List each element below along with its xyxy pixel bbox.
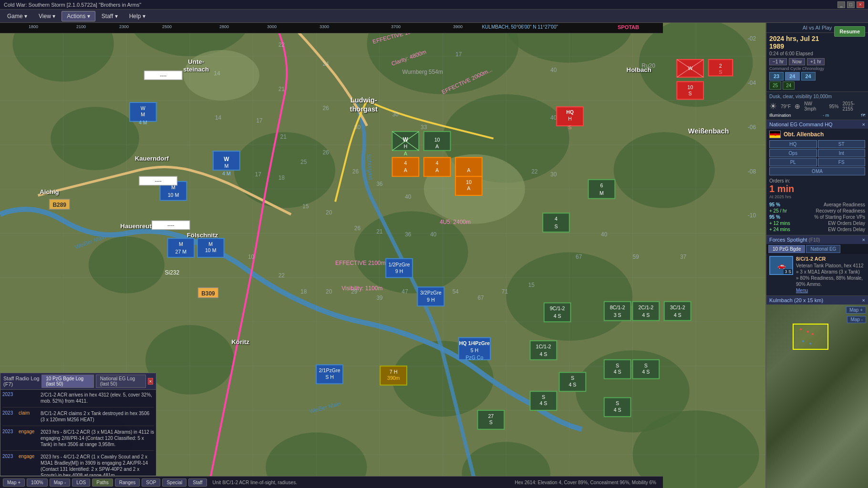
staff-button[interactable]: Staff <box>188 478 207 487</box>
sun-icon: ☀ <box>769 101 777 112</box>
svg-point-21 <box>184 50 259 101</box>
menu-staff[interactable]: Staff ▾ <box>96 11 123 21</box>
sop-button[interactable]: SOP <box>142 478 160 487</box>
svg-text:40: 40 <box>550 114 557 121</box>
svg-text:22: 22 <box>279 41 285 48</box>
forces-close[interactable]: × <box>862 237 865 243</box>
svg-text:21: 21 <box>280 133 287 140</box>
svg-text:26: 26 <box>322 149 329 156</box>
los-button[interactable]: LOS <box>72 478 90 487</box>
hq-button[interactable]: HQ <box>769 140 817 148</box>
svg-text:4  M: 4 M <box>139 120 147 125</box>
st-button[interactable]: ST <box>818 140 866 148</box>
svg-text:26: 26 <box>354 225 361 232</box>
svg-text:----: ---- <box>160 72 167 78</box>
pl-button[interactable]: PL <box>769 158 817 166</box>
minimap-viewport[interactable] <box>793 324 828 350</box>
commander-name: Obt. Allenbach <box>769 131 865 138</box>
log-entry: 2023 engage 2023 hrs - 4/C/1-2 ACR (1 x … <box>2 454 154 476</box>
zoom-level-button[interactable]: 100% <box>27 478 48 487</box>
ai-label: AI vs AI Play <box>803 25 832 30</box>
menu-view[interactable]: View ▾ <box>33 11 61 21</box>
staff-log-panel: Staff Radio Log (F7) 10 PzG Bgde Log (la… <box>0 373 156 476</box>
map-toggle-icon[interactable]: 🗺 <box>861 113 865 118</box>
paths-button[interactable]: Paths <box>92 478 113 487</box>
time-panel: Resume 2024 hrs, Jul 21 1989 0:24 of 6:0… <box>766 33 868 92</box>
svg-text:A: A <box>435 143 439 149</box>
menu-actions[interactable]: Actions ▾ <box>62 11 95 21</box>
minimap-close[interactable]: × <box>862 297 865 303</box>
svg-text:36: 36 <box>405 231 412 238</box>
cmd-hq-title-text: National EG Command HQ <box>769 122 833 127</box>
int-button[interactable]: Int <box>818 149 866 157</box>
maximize-button[interactable]: □ <box>847 1 855 8</box>
svg-text:40: 40 <box>405 193 412 200</box>
map-area[interactable]: 1800 2100 2300 2500 2800 3000 3300 3700 … <box>0 23 765 488</box>
time-plus-1hr-button[interactable]: +1 hr <box>807 58 825 65</box>
svg-text:EFFECTIVE 2100m...: EFFECTIVE 2100m... <box>335 260 390 266</box>
svg-text:9  H: 9 H <box>427 297 435 303</box>
svg-text:54: 54 <box>452 288 459 295</box>
svg-text:10 M: 10 M <box>168 192 179 198</box>
unit-menu-link[interactable]: Menu <box>796 288 808 293</box>
close-button[interactable]: × <box>857 1 864 8</box>
map-zoom-in-button[interactable]: Map + <box>3 478 25 487</box>
time-now-button[interactable]: Now <box>789 58 805 65</box>
log-content[interactable]: 2023 2/C/1-2 ACR arrives in hex 4312 (el… <box>0 390 156 476</box>
minimap-zoom-in-button[interactable]: Map + <box>846 306 866 314</box>
svg-text:A: A <box>467 185 471 191</box>
staff-log-header: Staff Radio Log (F7) 10 PzG Bgde Log (la… <box>0 373 156 390</box>
svg-text:B289: B289 <box>52 202 66 208</box>
unit-counter: 🚗 3 S <box>769 256 793 275</box>
svg-text:4: 4 <box>436 160 439 166</box>
ranges-button[interactable]: Ranges <box>115 478 140 487</box>
svg-text:A: A <box>404 151 408 156</box>
recovery-row: + 25 / hr Recovery of Readiness <box>769 208 865 214</box>
svg-text:2/1PzGre: 2/1PzGre <box>319 367 341 373</box>
svg-text:-10: -10 <box>748 212 756 219</box>
hour-23-button[interactable]: 23 <box>769 72 784 81</box>
svg-text:HQ 1/4PzGre: HQ 1/4PzGre <box>459 340 490 346</box>
forces-title: Forces Spotlight (F10) × <box>766 235 868 244</box>
hour-24a-button[interactable]: 24 <box>785 72 799 81</box>
svg-text:thorgast: thorgast <box>350 105 378 113</box>
unit-name: 8/C/1-2 ACR <box>796 256 865 262</box>
log-tab-national[interactable]: National EG Log (last 50) <box>96 375 146 388</box>
svg-text:Weißenbach: Weißenbach <box>688 127 729 135</box>
minimap-container[interactable]: Map + Map - <box>766 305 868 488</box>
ops-button[interactable]: Ops <box>769 149 817 157</box>
tab-national[interactable]: National EG <box>806 245 840 253</box>
special-button[interactable]: Special <box>162 478 186 487</box>
log-tab-brigade[interactable]: 10 PzG Bgde Log (last 50) <box>41 375 93 388</box>
minimize-button[interactable]: _ <box>837 1 845 8</box>
cmd-hq-content: Obt. Allenbach HQ ST Ops Int PL FS OMA O… <box>766 129 868 235</box>
map-zoom-out-button[interactable]: Map - <box>50 478 71 487</box>
menu-game[interactable]: Game ▾ <box>2 11 32 21</box>
hour-24b-button[interactable]: 24 <box>801 72 816 81</box>
fs-button[interactable]: FS <box>818 158 866 166</box>
staff-log-close-button[interactable]: × <box>148 378 153 385</box>
time-minus-1hr-button[interactable]: −1 hr <box>769 58 787 65</box>
svg-text:-02: -02 <box>748 35 756 42</box>
minimap-zoom-out-button[interactable]: Map - <box>847 316 866 323</box>
cmd-hq-close[interactable]: × <box>862 122 865 127</box>
svg-text:4: 4 <box>404 160 407 166</box>
minimap-image[interactable] <box>766 305 868 488</box>
svg-text:20: 20 <box>326 288 332 295</box>
menu-help[interactable]: Help ▾ <box>124 11 151 21</box>
cycle-25-button[interactable]: 25 <box>769 81 781 90</box>
unit-card: 🚗 3 S 8/C/1-2 ACR Veteran Tank Platoon, … <box>766 254 868 295</box>
svg-text:40: 40 <box>601 231 608 238</box>
svg-text:47: 47 <box>402 288 408 295</box>
weather-panel: Dusk, clear, visibility 10,000m ☀ 79°F ⊕… <box>766 92 868 120</box>
time-range: 2015-2155 <box>842 101 865 112</box>
resume-button[interactable]: Resume <box>834 26 865 37</box>
tab-brigade[interactable]: 10 PzG Bgde <box>768 245 805 253</box>
oma-button[interactable]: OMA <box>769 167 865 175</box>
cycle-24-button[interactable]: 24 <box>783 81 795 90</box>
svg-text:17: 17 <box>455 51 462 58</box>
minimap-title-text: Kulmbach (20 x 15 km) <box>769 297 823 303</box>
svg-text:17: 17 <box>255 171 262 178</box>
svg-text:27 M: 27 M <box>176 249 187 254</box>
readiness-val: 95 % <box>769 202 780 207</box>
